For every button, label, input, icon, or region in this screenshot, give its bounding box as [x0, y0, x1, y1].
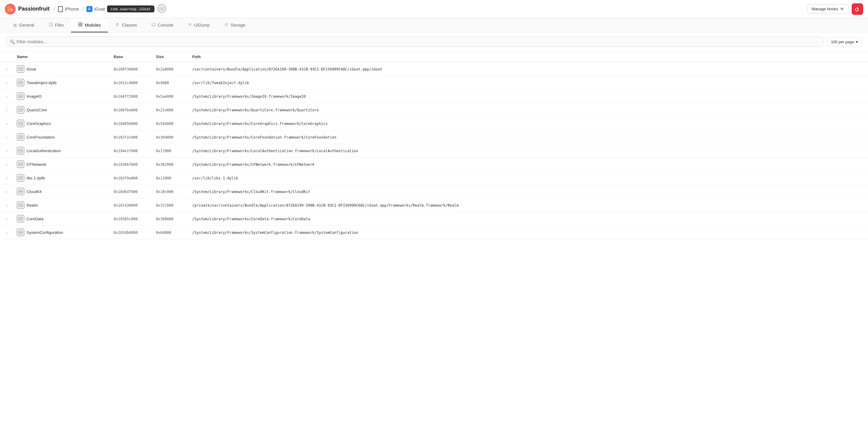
breadcrumb-sep-2: /	[82, 6, 83, 12]
expand-arrow-3[interactable]: ›	[6, 108, 7, 112]
breadcrumb-igoat-label: iGoat	[94, 6, 105, 11]
table-row: › LocalAuthentication 0x194e1f0000x17000…	[0, 144, 868, 157]
module-name-0: iGoat	[27, 67, 36, 71]
table-header: Name Base Size Path	[0, 51, 868, 62]
snapshot-button[interactable]	[157, 4, 166, 13]
module-path-4: /System/Library/Frameworks/CoreGraphics.…	[192, 122, 328, 126]
module-base-1: 0x1012c4000	[114, 81, 137, 85]
table-row: › CoreData 0x18585c0000x300000/System/Li…	[0, 212, 868, 226]
module-name-5: CoreFoundation	[27, 135, 55, 140]
module-path-8: /usr/lib/libz.1.dylib	[192, 176, 238, 180]
breadcrumb-igoat[interactable]: G iGoat	[87, 6, 105, 12]
tab-general[interactable]: ⊞ General	[6, 19, 41, 32]
module-icon-6	[17, 147, 24, 154]
expand-arrow-2[interactable]: ›	[6, 94, 7, 98]
table-row: › QuartzCore 0x186fbe0000x22a000/System/…	[0, 103, 868, 117]
module-base-8: 0x182f9a000	[114, 176, 137, 180]
module-name-3: QuartzCore	[27, 108, 47, 112]
svg-point-3	[7, 9, 9, 11]
header-right: Manage Hooks	[807, 3, 863, 15]
header: Passionfruit / iPhone / G iGoat com.swar…	[0, 0, 868, 18]
module-size-2: 0x5ae000	[156, 94, 174, 98]
modules-table-container: Name Base Size Path › iGoat 0x100f380000…	[0, 51, 868, 239]
module-icon-4	[17, 120, 24, 127]
module-icon-1	[17, 79, 24, 86]
module-path-1: /usr/lib/TweakInject.dylib	[192, 81, 249, 85]
camera-icon	[157, 4, 166, 13]
tab-uidump[interactable]: UIDump	[180, 18, 217, 32]
classes-icon	[115, 22, 120, 28]
power-icon	[855, 6, 860, 12]
expand-arrow-7[interactable]: ›	[6, 163, 7, 167]
tab-classes-label: Classes	[122, 23, 137, 28]
module-name-1: TweakInject.dylib	[27, 81, 57, 85]
module-name-9: CloudKit	[27, 190, 41, 194]
tab-files[interactable]: Files	[41, 18, 71, 32]
expand-arrow-11[interactable]: ›	[6, 217, 7, 221]
expand-arrow-5[interactable]: ›	[6, 135, 7, 140]
expand-arrow-1[interactable]: ›	[6, 81, 7, 85]
module-size-1: 0x4000	[156, 81, 169, 85]
tab-uidump-label: UIDump	[194, 23, 210, 28]
module-size-10: 0x37c000	[156, 203, 174, 207]
svg-rect-6	[49, 23, 51, 26]
power-button[interactable]	[852, 3, 863, 15]
table-body: › iGoat 0x100f380000x2a8000/var/containe…	[0, 62, 868, 239]
module-base-11: 0x18585c000	[114, 217, 137, 221]
svg-point-1	[7, 6, 11, 10]
module-name-7: CFNetwork	[27, 162, 46, 167]
module-base-2: 0x184ff2000	[114, 94, 137, 98]
col-header-name: Name	[12, 51, 109, 62]
expand-arrow-12[interactable]: ›	[6, 231, 7, 235]
breadcrumb-iphone[interactable]: iPhone	[58, 6, 79, 12]
module-path-9: /System/Library/Frameworks/CloudKit.fram…	[192, 190, 310, 194]
table-row: › TweakInject.dylib 0x1012c40000x4000/us…	[0, 76, 868, 90]
tab-general-label: General	[19, 23, 34, 28]
nav-tabs: ⊞ General Files Modules	[0, 18, 868, 32]
manage-hooks-label: Manage Hooks	[812, 7, 838, 11]
manage-hooks-button[interactable]: Manage Hooks	[807, 4, 849, 13]
module-icon-2	[17, 92, 24, 100]
per-page-label: 100 per page	[831, 40, 854, 44]
tab-classes[interactable]: Classes	[108, 18, 144, 32]
tab-files-label: Files	[55, 23, 64, 28]
module-path-10: /private/var/containers/Bundle/Applicati…	[192, 203, 459, 207]
module-size-5: 0x394000	[156, 135, 174, 140]
svg-rect-9	[79, 25, 80, 26]
logo-text: Passionfruit	[18, 6, 50, 12]
tab-console-label: Console	[158, 23, 173, 28]
module-base-9: 0x18d6d7000	[114, 190, 137, 194]
tab-storage[interactable]: Storage	[217, 18, 253, 32]
module-path-3: /System/Library/Frameworks/QuartzCore.fr…	[192, 108, 319, 112]
module-name-2: ImageIO	[27, 94, 42, 98]
svg-point-5	[161, 8, 162, 10]
module-size-0: 0x2a8000	[156, 67, 174, 71]
module-name-12: SystemConfiguration	[27, 230, 63, 235]
col-header-path: Path	[187, 51, 868, 62]
per-page-select[interactable]: 100 per page ▾	[827, 37, 862, 47]
expand-arrow-0[interactable]: ›	[6, 67, 7, 71]
breadcrumb-sep-1: /	[54, 6, 55, 12]
tab-modules[interactable]: Modules	[71, 18, 108, 32]
module-icon-7	[17, 161, 24, 168]
header-left: Passionfruit / iPhone / G iGoat com.swar…	[5, 4, 807, 15]
expand-arrow-4[interactable]: ›	[6, 122, 7, 126]
expand-arrow-9[interactable]: ›	[6, 190, 7, 194]
module-size-4: 0x544000	[156, 122, 174, 126]
tab-console[interactable]: Console	[144, 18, 180, 32]
filter-modules-input[interactable]	[6, 37, 823, 47]
module-path-11: /System/Library/Frameworks/CoreData.fram…	[192, 217, 310, 221]
module-icon-5	[17, 134, 24, 141]
module-path-2: /System/Library/Frameworks/ImageIO.frame…	[192, 94, 306, 98]
table-row: › libz.1.dylib 0x182f9a0000x12000/usr/li…	[0, 171, 868, 185]
expand-arrow-10[interactable]: ›	[6, 203, 7, 207]
storage-icon	[224, 22, 228, 28]
expand-arrow-6[interactable]: ›	[6, 149, 7, 153]
expand-arrow-8[interactable]: ›	[6, 176, 7, 180]
tab-modules-label: Modules	[85, 23, 101, 28]
modules-table: Name Base Size Path › iGoat 0x100f380000…	[0, 51, 868, 239]
module-size-12: 0x6d000	[156, 231, 172, 235]
logo-area[interactable]: Passionfruit	[5, 4, 50, 15]
module-base-0: 0x100f38000	[114, 67, 137, 71]
module-size-8: 0x12000	[156, 176, 172, 180]
